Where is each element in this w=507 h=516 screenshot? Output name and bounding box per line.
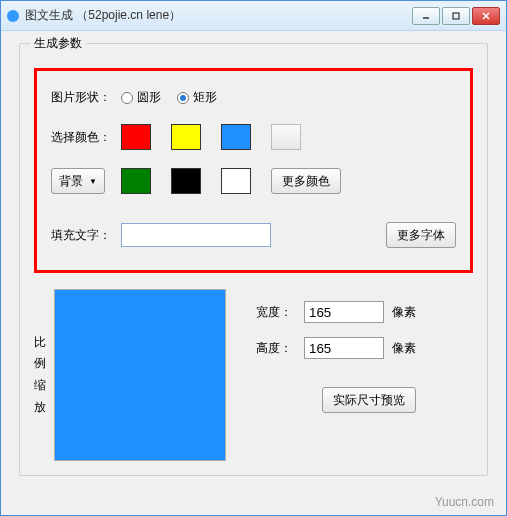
color-swatch-yellow[interactable] bbox=[171, 124, 201, 150]
close-button[interactable] bbox=[472, 7, 500, 25]
text-row: 填充文字： 更多字体 bbox=[51, 222, 456, 248]
height-label: 高度： bbox=[256, 340, 304, 357]
shape-row: 图片形状： 圆形 矩形 bbox=[51, 89, 456, 106]
maximize-button[interactable] bbox=[442, 7, 470, 25]
color-swatch-blue[interactable] bbox=[221, 124, 251, 150]
radio-rect[interactable]: 矩形 bbox=[177, 89, 217, 106]
radio-icon bbox=[121, 92, 133, 104]
preview-section: 比 例 缩 放 宽度： 像素 高度： 像素 bbox=[34, 289, 473, 461]
svg-rect-1 bbox=[453, 13, 459, 19]
groupbox-legend: 生成参数 bbox=[30, 35, 86, 52]
color-swatch-green[interactable] bbox=[121, 168, 151, 194]
dimension-controls: 宽度： 像素 高度： 像素 实际尺寸预览 bbox=[256, 289, 416, 461]
titlebar[interactable]: 图文生成 （52pojie.cn lene） bbox=[1, 1, 506, 31]
background-dropdown[interactable]: 背景 ▼ bbox=[51, 168, 105, 194]
color-swatch-blank[interactable] bbox=[271, 124, 301, 150]
fill-text-label: 填充文字： bbox=[51, 227, 121, 244]
fill-text-input[interactable] bbox=[121, 223, 271, 247]
color-label: 选择颜色： bbox=[51, 129, 121, 146]
minimize-button[interactable] bbox=[412, 7, 440, 25]
color-row-1: 选择颜色： bbox=[51, 124, 456, 150]
main-window: 图文生成 （52pojie.cn lene） 生成参数 图片形状： 圆形 矩形 bbox=[0, 0, 507, 516]
app-icon bbox=[7, 10, 19, 22]
color-swatch-red[interactable] bbox=[121, 124, 151, 150]
height-row: 高度： 像素 bbox=[256, 337, 416, 359]
width-input[interactable] bbox=[304, 301, 384, 323]
radio-icon bbox=[177, 92, 189, 104]
color-row-2: 背景 ▼ 更多颜色 bbox=[51, 168, 456, 194]
radio-circle[interactable]: 圆形 bbox=[121, 89, 161, 106]
height-unit: 像素 bbox=[392, 340, 416, 357]
radio-circle-label: 圆形 bbox=[137, 89, 161, 106]
window-controls bbox=[412, 7, 500, 25]
color-swatch-white[interactable] bbox=[221, 168, 251, 194]
chevron-down-icon: ▼ bbox=[89, 177, 97, 186]
watermark: Yuucn.com bbox=[435, 495, 494, 509]
client-area: 生成参数 图片形状： 圆形 矩形 选择颜色： bbox=[1, 31, 506, 515]
preview-canvas[interactable] bbox=[54, 289, 226, 461]
background-dropdown-label: 背景 bbox=[59, 173, 83, 190]
width-label: 宽度： bbox=[256, 304, 304, 321]
highlight-frame: 图片形状： 圆形 矩形 选择颜色： bbox=[34, 68, 473, 273]
actual-size-preview-button[interactable]: 实际尺寸预览 bbox=[322, 387, 416, 413]
scale-label: 比 例 缩 放 bbox=[34, 289, 46, 461]
more-fonts-button[interactable]: 更多字体 bbox=[386, 222, 456, 248]
params-groupbox: 生成参数 图片形状： 圆形 矩形 选择颜色： bbox=[19, 43, 488, 476]
color-swatch-black[interactable] bbox=[171, 168, 201, 194]
more-colors-button[interactable]: 更多颜色 bbox=[271, 168, 341, 194]
radio-rect-label: 矩形 bbox=[193, 89, 217, 106]
height-input[interactable] bbox=[304, 337, 384, 359]
width-unit: 像素 bbox=[392, 304, 416, 321]
window-title: 图文生成 （52pojie.cn lene） bbox=[25, 7, 412, 24]
shape-label: 图片形状： bbox=[51, 89, 121, 106]
width-row: 宽度： 像素 bbox=[256, 301, 416, 323]
